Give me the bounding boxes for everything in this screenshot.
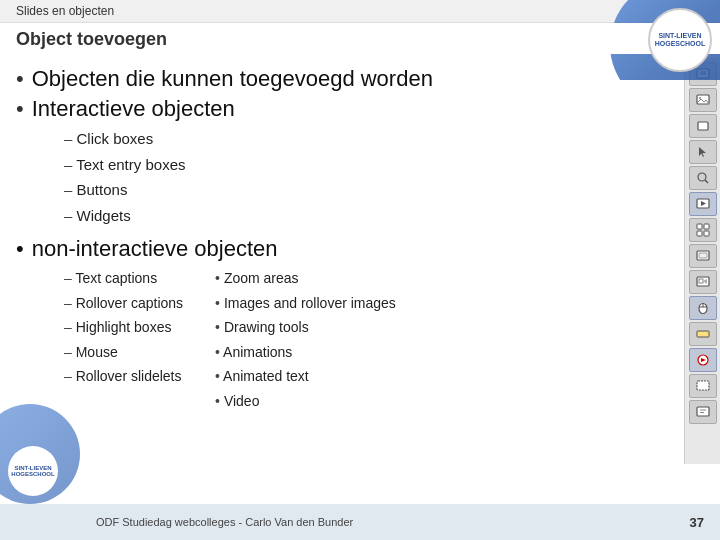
mouse-icon[interactable] [689,296,717,320]
svg-rect-15 [699,253,707,258]
bottom-bar: ODF Studiedag webcolleges - Carlo Van de… [0,504,720,540]
list-item: Zoom areas [215,266,396,291]
bullet-1: • Objecten die kunnen toegevoegd worden [16,66,668,92]
rectangle-icon[interactable] [689,114,717,138]
svg-line-7 [705,180,708,183]
list-item: Text captions [64,266,183,291]
bullet-1-text: Objecten die kunnen toegevoegd worden [32,66,433,92]
bullet-dot-2: • [16,96,24,122]
list-item: Click boxes [64,126,668,152]
highlight-icon[interactable] [689,322,717,346]
list-item: Animated text [215,364,396,389]
content-area: • Objecten die kunnen toegevoegd worden … [0,58,684,464]
cursor-icon[interactable] [689,140,717,164]
page-number: 37 [690,515,704,530]
svg-rect-21 [697,331,709,337]
svg-rect-24 [697,407,709,416]
logo-top-right: SINT-LIEVEN HOGESCHOOL [648,8,712,72]
svg-rect-13 [704,231,709,236]
animation-icon[interactable] [689,348,717,372]
svg-rect-11 [704,224,709,229]
widget-icon[interactable] [689,218,717,242]
non-interactive-right: Zoom areas Images and rollover images Dr… [215,266,396,413]
logo-bottom-left: SINT-LIEVEN HOGESCHOOL [8,446,58,496]
footer-label: ODF Studiedag webcolleges - Carlo Van de… [16,516,353,528]
rollover-icon[interactable] [689,244,717,268]
click-box-icon[interactable] [689,374,717,398]
list-item: Rollover slidelets [64,364,183,389]
list-item: Drawing tools [215,315,396,340]
bullet-2-text: Interactieve objecten [32,96,235,122]
bullet-dot-1: • [16,66,24,92]
page-title: Object toevoegen [16,29,704,50]
bullet-3-text: non-interactieve objecten [32,236,278,262]
svg-rect-23 [697,381,709,390]
list-item: Images and rollover images [215,291,396,316]
list-item: Mouse [64,340,183,365]
list-item: Text entry boxes [64,152,668,178]
right-toolbar [684,58,720,464]
bullet-2: • Interactieve objecten [16,96,668,122]
svg-rect-3 [697,95,709,104]
svg-point-6 [698,173,706,181]
header: Object toevoegen [0,23,720,54]
non-interactive-lists: Text captions Rollover captions Highligh… [16,266,668,413]
deco-bottom-left: SINT-LIEVEN HOGESCHOOL [0,434,80,504]
list-item: Animations [215,340,396,365]
top-bar-label: Slides en objecten [16,4,114,18]
svg-rect-12 [697,231,702,236]
svg-rect-10 [697,224,702,229]
list-item: Widgets [64,203,668,229]
image-icon[interactable] [689,88,717,112]
list-item: Rollover captions [64,291,183,316]
interactive-list: Click boxes Text entry boxes Buttons Wid… [16,126,668,228]
bullet-dot-3: • [16,236,24,262]
list-item: Highlight boxes [64,315,183,340]
extra-icon[interactable] [689,400,717,424]
non-interactive-left: Text captions Rollover captions Highligh… [64,266,183,413]
main-area: • Objecten die kunnen toegevoegd worden … [0,54,720,464]
search-icon[interactable] [689,166,717,190]
bullet-3: • non-interactieve objecten [16,236,668,262]
list-item: Video [215,389,396,414]
list-item: Buttons [64,177,668,203]
zoom-icon[interactable] [689,270,717,294]
svg-rect-5 [698,122,708,130]
media-icon[interactable] [689,192,717,216]
